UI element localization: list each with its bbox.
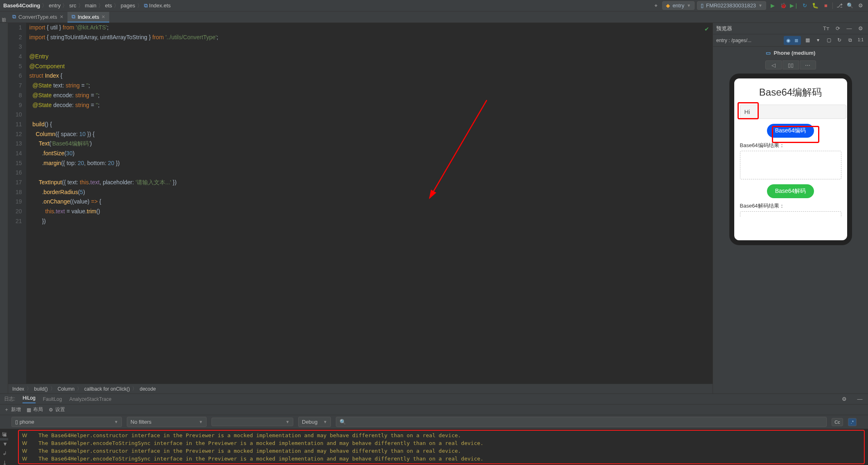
- git-button[interactable]: ⎇: [835, 2, 843, 10]
- minimize-icon[interactable]: —: [845, 25, 853, 33]
- log-tab-faultlog[interactable]: FaultLog: [43, 396, 62, 402]
- device-preview: Base64编解码 Base64编码 Base64编码结果： Base64解码 …: [729, 74, 852, 245]
- breadcrumb-entry[interactable]: entry: [49, 2, 61, 9]
- crumb-column[interactable]: Column: [58, 386, 74, 392]
- phone-icon: ▯: [15, 419, 20, 425]
- log-settings[interactable]: ⚙设置: [49, 406, 65, 413]
- gear-icon[interactable]: ⚙: [857, 25, 865, 33]
- app-heading: Base64编解码: [740, 86, 841, 99]
- file-icon: ⧉: [144, 2, 148, 9]
- tab-converttype[interactable]: ⧉ ConvertType.ets ✕: [8, 12, 67, 22]
- top-toolbar: Base64Coding 〉 entry 〉 src 〉 main 〉 ets …: [0, 0, 868, 11]
- file-icon: ⧉: [72, 13, 75, 20]
- external-icon[interactable]: ⧉: [846, 36, 854, 44]
- debug-button[interactable]: 🐞: [779, 2, 787, 10]
- close-icon[interactable]: ✕: [60, 14, 63, 20]
- log-add[interactable]: ＋新增: [4, 406, 21, 413]
- reload-icon[interactable]: ⟳: [834, 25, 842, 33]
- log-level-select[interactable]: Debug▼: [298, 417, 331, 427]
- search-icon: 🔍: [340, 419, 346, 425]
- phone-icon: ▯: [701, 2, 704, 9]
- tab-label: ConvertType.ets: [18, 14, 57, 20]
- breadcrumb-main[interactable]: main: [85, 2, 97, 9]
- inspection-ok-icon: ✔: [704, 25, 709, 34]
- eye-icon[interactable]: ◉: [785, 37, 792, 44]
- search-button[interactable]: 🔍: [846, 2, 854, 10]
- device-profile: ▭ Phone (medium): [713, 47, 868, 59]
- breadcrumb-ets[interactable]: ets: [105, 2, 112, 9]
- chevron-right-icon: 〉: [42, 2, 47, 9]
- collapse-up-icon[interactable]: ▲: [2, 431, 8, 438]
- settings-button[interactable]: ⚙: [857, 2, 865, 10]
- gear-icon: ⚙: [49, 407, 53, 413]
- log-regex-toggle[interactable]: .*: [848, 418, 857, 426]
- code-editor[interactable]: 123456789101112131415161718192021 import…: [8, 23, 713, 384]
- wrap-icon[interactable]: ↲: [2, 450, 8, 456]
- module-icon: ◆: [666, 2, 670, 9]
- crumb-decode[interactable]: decode: [139, 386, 155, 392]
- device-selector[interactable]: ▯ FMR0223830031823 ▼: [697, 1, 766, 10]
- nav-more[interactable]: ⋯: [800, 60, 816, 69]
- layers-icon[interactable]: ≣: [793, 37, 800, 44]
- close-icon[interactable]: ✕: [101, 14, 105, 20]
- previewer-title: 预览器: [716, 25, 732, 32]
- crosshair-icon[interactable]: ⌖: [652, 2, 660, 10]
- log-tab-analyze[interactable]: AnalyzeStackTrace: [69, 396, 111, 402]
- preview-path: entry : /pages/...: [716, 38, 751, 43]
- crumb-build[interactable]: build(): [34, 386, 47, 392]
- code-breadcrumb: Index〉 build()〉 Column〉 callback for onC…: [8, 384, 713, 393]
- log-panel: 日志: HiLog FaultLog AnalyzeStackTrace ⚙ —…: [0, 393, 868, 465]
- run-button[interactable]: ▶: [769, 2, 777, 10]
- code-body[interactable]: import { util } from '@kit.ArkTS';import…: [26, 23, 218, 384]
- run-config-selector[interactable]: ◆ entry ▼: [662, 1, 695, 10]
- encode-button[interactable]: Base64编码: [767, 124, 814, 138]
- breadcrumb-pages[interactable]: pages: [121, 2, 135, 9]
- tab-index[interactable]: ⧉ Index.ets ✕: [67, 12, 110, 22]
- plus-icon: ＋: [4, 406, 9, 413]
- nav-back[interactable]: ◁: [765, 60, 782, 69]
- log-cc-toggle[interactable]: Cc: [832, 418, 843, 426]
- device-label: FMR0223830031823: [706, 2, 756, 9]
- log-search[interactable]: 🔍: [336, 417, 827, 427]
- breadcrumb-src[interactable]: src: [69, 2, 76, 9]
- oneone-icon[interactable]: 1:1: [857, 36, 865, 44]
- breadcrumb: Base64Coding 〉 entry 〉 src 〉 main 〉 ets …: [3, 2, 650, 9]
- collapse-down-icon[interactable]: ▼: [2, 441, 8, 447]
- previewer-panel: 预览器 Tᴛ ⟳ — ⚙ entry : /pages/... ◉ ≣ ▦ ▾: [713, 23, 868, 393]
- crumb-struct[interactable]: Index: [12, 386, 24, 392]
- rotate-icon[interactable]: ↻: [835, 36, 843, 44]
- editor-tabs: ⧉ ConvertType.ets ✕ ⧉ Index.ets ✕: [0, 11, 868, 23]
- decode-result-label: Base64解码结果：: [740, 202, 841, 210]
- text-input[interactable]: [740, 105, 846, 119]
- decode-button[interactable]: Base64解码: [767, 184, 814, 198]
- coverage-button[interactable]: ▶❘: [790, 2, 798, 10]
- breadcrumb-file[interactable]: Index.ets: [149, 2, 171, 9]
- gear-icon[interactable]: ⚙: [840, 395, 848, 403]
- line-gutter: 123456789101112131415161718192021: [8, 23, 26, 384]
- grid-icon[interactable]: ▦: [803, 36, 812, 44]
- file-icon: ⧉: [12, 13, 16, 20]
- log-device-select[interactable]: ▯ phone ▼: [11, 417, 122, 427]
- log-tab-hilog[interactable]: HiLog: [22, 395, 35, 403]
- breadcrumb-project[interactable]: Base64Coding: [3, 2, 40, 9]
- nav-split[interactable]: ▯▯: [783, 60, 799, 69]
- log-output[interactable]: ▲ ▼ ↲ ⤓ WThe Base64Helper.constructor in…: [0, 429, 868, 465]
- crop-icon[interactable]: ▢: [825, 36, 833, 44]
- log-layout[interactable]: ▦布局: [27, 406, 43, 413]
- chevron-down-icon[interactable]: ▾: [814, 36, 822, 44]
- stop-button[interactable]: ■: [822, 2, 830, 10]
- decode-result-box: [740, 211, 841, 217]
- log-tag-select[interactable]: ▼: [211, 418, 293, 426]
- tablet-icon: ▭: [766, 50, 771, 56]
- chevron-down-icon: ▼: [758, 3, 762, 8]
- refresh-button[interactable]: ↻: [801, 2, 809, 10]
- crumb-callback[interactable]: callback for onClick(): [84, 386, 130, 392]
- minimize-icon[interactable]: —: [856, 395, 864, 403]
- log-filter-select[interactable]: No filters▼: [127, 417, 207, 427]
- scroll-end-icon[interactable]: ⤓: [2, 460, 8, 465]
- preview-mode-toggle[interactable]: ◉ ≣: [784, 36, 801, 45]
- chevron-down-icon: ▼: [687, 3, 691, 8]
- attach-button[interactable]: 🐛: [811, 2, 819, 10]
- left-tool-strip: 项目: [0, 23, 8, 393]
- text-icon[interactable]: Tᴛ: [822, 25, 830, 33]
